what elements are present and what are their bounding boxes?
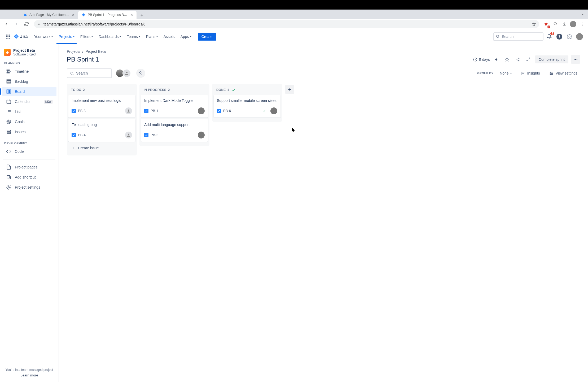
browser-tab-jira[interactable]: PB Sprint 1 - Progress Board ✕ bbox=[78, 11, 137, 19]
issue-card[interactable]: Implement Dark Mode TogglePB-1 bbox=[141, 95, 208, 118]
sidebar-item-board[interactable]: Board bbox=[2, 87, 56, 96]
issue-card[interactable]: Support smaller mobile screen sizesPB-6 bbox=[214, 95, 280, 118]
nav-apps[interactable]: Apps▾ bbox=[178, 33, 194, 40]
breadcrumb-project[interactable]: Project Beta bbox=[85, 49, 106, 54]
url-bar[interactable]: teamstargazer.atlassian.net/jira/softwar… bbox=[34, 20, 539, 28]
insights-button[interactable]: Insights bbox=[518, 69, 543, 77]
sidebar-item-backlog[interactable]: Backlog bbox=[2, 77, 56, 86]
more-icon[interactable] bbox=[571, 55, 580, 64]
sidebar-item-issues[interactable]: Issues bbox=[2, 127, 56, 137]
reload-button[interactable] bbox=[22, 20, 31, 28]
svg-point-45 bbox=[128, 110, 129, 111]
project-type: Software project bbox=[13, 53, 36, 56]
group-by-select[interactable]: None ▾ bbox=[497, 70, 514, 77]
svg-point-44 bbox=[550, 74, 551, 75]
avatar-unassigned[interactable] bbox=[125, 107, 132, 114]
sidebar-item-add-shortcut[interactable]: Add shortcut bbox=[2, 172, 56, 182]
column-header[interactable]: DONE1 bbox=[214, 85, 280, 95]
column-count: 2 bbox=[83, 88, 85, 92]
create-button[interactable]: Create bbox=[198, 33, 216, 41]
fullscreen-icon[interactable] bbox=[524, 55, 532, 63]
board-main: Projects / Project Beta PB Sprint 1 9 da… bbox=[59, 44, 588, 382]
nav-plans[interactable]: Plans▾ bbox=[144, 33, 160, 40]
project-header[interactable]: ◆ Project Beta Software project bbox=[0, 48, 59, 60]
svg-point-36 bbox=[574, 59, 574, 60]
svg-rect-8 bbox=[7, 36, 8, 37]
chevron-down-icon[interactable] bbox=[580, 12, 585, 17]
nav-teams[interactable]: Teams▾ bbox=[125, 33, 142, 40]
board-search[interactable]: Search bbox=[67, 68, 112, 78]
nav-dashboards[interactable]: Dashboards▾ bbox=[96, 33, 123, 40]
extensions-icon[interactable] bbox=[551, 20, 559, 28]
profile-avatar[interactable] bbox=[575, 32, 584, 41]
browser-menu-icon[interactable] bbox=[578, 20, 586, 28]
card-title: Support smaller mobile screen sizes bbox=[217, 98, 277, 103]
nav-filters[interactable]: Filters▾ bbox=[78, 33, 95, 40]
issue-type-icon bbox=[217, 109, 221, 113]
avatar-unassigned[interactable] bbox=[125, 132, 132, 138]
url-text: teamstargazer.atlassian.net/jira/softwar… bbox=[43, 22, 145, 26]
help-icon[interactable]: ? bbox=[555, 32, 564, 41]
svg-rect-16 bbox=[8, 71, 10, 72]
create-issue-button[interactable]: Create issue bbox=[68, 143, 135, 153]
avatar[interactable] bbox=[198, 107, 205, 114]
share-icon[interactable] bbox=[514, 55, 522, 63]
jira-logo[interactable]: Jira bbox=[13, 34, 28, 40]
notifications-icon[interactable]: 5 bbox=[545, 32, 554, 41]
column-header[interactable]: IN PROGRESS2 bbox=[141, 85, 208, 95]
card-footer: PB-1 bbox=[144, 107, 205, 114]
column-header[interactable]: TO DO2 bbox=[68, 85, 135, 95]
add-people-button[interactable] bbox=[136, 69, 145, 78]
svg-point-38 bbox=[577, 59, 577, 60]
pages-icon bbox=[6, 164, 12, 170]
profile-avatar[interactable] bbox=[569, 20, 577, 28]
chevron-down-icon: ▾ bbox=[510, 72, 512, 75]
avatar[interactable] bbox=[198, 132, 205, 138]
issue-card[interactable]: Add multi-language supportPB-2 bbox=[141, 119, 208, 142]
nav-your-work[interactable]: Your work▾ bbox=[32, 33, 55, 40]
svg-rect-12 bbox=[9, 38, 10, 38]
back-button[interactable] bbox=[2, 20, 11, 28]
automation-icon[interactable] bbox=[493, 55, 501, 63]
sidebar-item-project-pages[interactable]: Project pages bbox=[2, 162, 56, 172]
browser-toolbar: teamstargazer.atlassian.net/jira/softwar… bbox=[0, 19, 588, 29]
sidebar-item-list[interactable]: List bbox=[2, 107, 56, 116]
jira-top-nav: Jira Your work▾ Projects▾ Filters▾ Dashb… bbox=[0, 29, 588, 44]
assignee-filter[interactable] bbox=[116, 69, 131, 77]
learn-more-link[interactable]: Learn more bbox=[3, 373, 56, 377]
forward-button[interactable] bbox=[12, 20, 21, 28]
days-remaining[interactable]: 9 days bbox=[473, 57, 490, 62]
star-icon[interactable] bbox=[532, 22, 536, 26]
issue-card[interactable]: Implement new business logicPB-3 bbox=[68, 95, 135, 118]
breadcrumb-projects[interactable]: Projects bbox=[67, 49, 80, 54]
backlog-icon bbox=[6, 79, 12, 84]
site-info-icon[interactable] bbox=[37, 22, 41, 26]
close-icon[interactable]: ✕ bbox=[130, 13, 133, 17]
avatar-unassigned[interactable] bbox=[122, 69, 131, 77]
avatar[interactable] bbox=[270, 107, 277, 114]
extension-icon[interactable] bbox=[542, 20, 550, 28]
complete-sprint-button[interactable]: Complete sprint bbox=[535, 55, 568, 63]
browser-tab-confluence[interactable]: Add Page - My Confluence P… ✕ bbox=[20, 11, 78, 19]
sidebar-item-goals[interactable]: Goals bbox=[2, 117, 56, 127]
app-switcher-icon[interactable] bbox=[4, 33, 12, 40]
settings-icon[interactable] bbox=[565, 32, 574, 41]
global-search[interactable]: Search bbox=[493, 32, 543, 41]
card-title: Add multi-language support bbox=[144, 122, 205, 127]
star-icon[interactable] bbox=[503, 55, 511, 63]
sidebar-item-code[interactable]: Code bbox=[2, 147, 56, 156]
issue-card[interactable]: Fix loading bugPB-4 bbox=[68, 119, 135, 142]
downloads-icon[interactable] bbox=[560, 20, 568, 28]
sidebar-item-timeline[interactable]: Timeline bbox=[2, 67, 56, 76]
add-column-button[interactable] bbox=[285, 85, 294, 94]
new-tab-button[interactable]: + bbox=[138, 12, 146, 19]
nav-assets[interactable]: Assets bbox=[161, 33, 177, 40]
svg-rect-23 bbox=[10, 90, 11, 93]
svg-rect-7 bbox=[6, 36, 7, 37]
notification-badge: 5 bbox=[550, 32, 554, 35]
sidebar-item-calendar[interactable]: Calendar NEW bbox=[2, 97, 56, 106]
sidebar-item-project-settings[interactable]: Project settings bbox=[2, 183, 56, 192]
nav-projects[interactable]: Projects▾ bbox=[56, 33, 77, 40]
close-icon[interactable]: ✕ bbox=[71, 13, 75, 17]
view-settings-button[interactable]: View settings bbox=[546, 69, 580, 77]
